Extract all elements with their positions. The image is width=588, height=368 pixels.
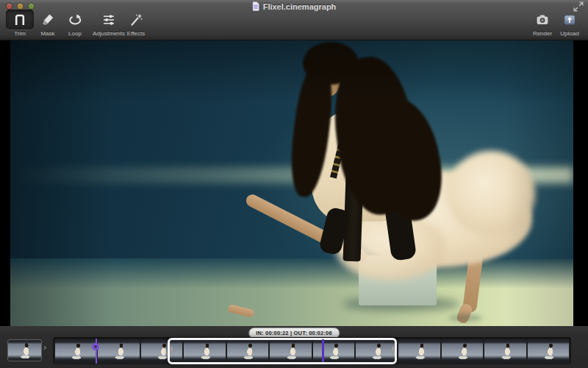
window-title: Flixel.cinemagraph <box>263 2 337 11</box>
trim-button[interactable]: Trim <box>4 10 36 37</box>
document-icon <box>252 1 259 11</box>
mask-button[interactable]: Mask <box>32 10 63 37</box>
render-label: Render <box>533 30 552 37</box>
filmstrip-frame[interactable] <box>98 340 139 361</box>
playhead-ring-icon[interactable] <box>92 343 99 350</box>
upload-label: Upload <box>560 30 578 37</box>
filmstrip-frame[interactable] <box>484 340 526 361</box>
sliders-icon <box>95 10 123 29</box>
trim-icon <box>6 10 34 29</box>
camera-icon <box>528 10 556 29</box>
filmstrip-frame[interactable] <box>528 340 569 361</box>
wand-icon <box>122 10 150 29</box>
timeline-bar: IN: 00:00:22 | OUT: 00:02:06 › <box>0 326 588 368</box>
poster-frame-thumbnail[interactable] <box>7 339 42 361</box>
toolbar: Flixel.cinemagraph Trim Mask <box>0 0 588 40</box>
brush-icon <box>34 10 62 29</box>
filmstrip-frame[interactable] <box>55 340 96 361</box>
upload-button[interactable]: Upload <box>554 10 585 37</box>
upload-arrow-icon <box>556 10 584 29</box>
trim-selection[interactable] <box>168 338 397 364</box>
chevron-right-icon[interactable]: › <box>43 342 46 352</box>
trim-handle-right[interactable] <box>392 347 394 356</box>
frame-marker[interactable] <box>322 339 324 362</box>
playhead[interactable] <box>96 339 97 364</box>
vignette-overlay <box>10 40 573 326</box>
trim-handle-left[interactable] <box>171 347 173 356</box>
effects-label: Effects <box>127 30 145 37</box>
filmstrip-frame[interactable] <box>398 340 440 361</box>
filmstrip-frame[interactable] <box>442 340 483 361</box>
effects-button[interactable]: Effects <box>121 10 151 37</box>
preview-canvas <box>0 40 588 326</box>
loop-label: Loop <box>68 30 82 37</box>
mask-label: Mask <box>40 30 54 37</box>
loop-button[interactable]: Loop <box>60 10 90 37</box>
cinemagraph-image <box>10 40 573 326</box>
loop-icon <box>61 10 89 29</box>
app-window: Flixel.cinemagraph Trim Mask <box>0 0 588 368</box>
trim-label: Trim <box>14 30 26 37</box>
